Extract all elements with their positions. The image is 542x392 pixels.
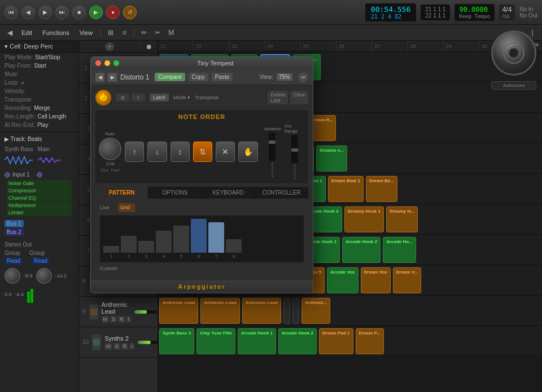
track-controls-10: M S R I [104, 343, 134, 350]
pattern-bar-2[interactable] [121, 236, 137, 253]
forward-btn[interactable]: ▶ [38, 6, 52, 19]
order-up-btn[interactable]: ↑ [125, 142, 144, 162]
clear-btn[interactable]: Clear [290, 91, 308, 104]
clip-anthemic2[interactable]: Anthemic Lead [200, 298, 239, 324]
input-btn-10[interactable]: I [129, 343, 134, 350]
read-btn2[interactable]: Read [32, 257, 50, 265]
record-btn[interactable]: ● [106, 6, 120, 19]
pattern-bar-8[interactable] [226, 239, 242, 253]
record-track-btn[interactable]: ⏺ [143, 41, 155, 53]
pattern-bar-5[interactable] [173, 226, 189, 253]
compressor-plugin[interactable]: Compressor [7, 187, 72, 194]
skip-btn[interactable]: ⏭ [55, 6, 69, 19]
clip-arcade-hook2-r10[interactable]: Arcade Hook 2 [278, 328, 317, 354]
prev-preset-btn[interactable]: ◀ [95, 73, 104, 82]
order-random-btn[interactable]: ✕ [216, 142, 235, 162]
pattern-bar-6[interactable] [191, 219, 207, 253]
stop-btn[interactable]: ■ [72, 6, 86, 19]
channel-eq-plugin[interactable]: Channel EQ [7, 195, 72, 201]
solo-btn-9[interactable]: S [110, 316, 117, 323]
clip-dream-beat-e[interactable]: Dream Be... [366, 176, 397, 202]
rec-btn-10[interactable]: R [121, 343, 129, 350]
order-updown-btn[interactable]: ↕ [171, 142, 190, 162]
close-window-btn[interactable] [95, 60, 101, 66]
link-btn[interactable]: ∞ [298, 72, 308, 82]
mute-btn-10[interactable]: M [104, 343, 112, 350]
order-down-btn[interactable]: ↓ [147, 142, 167, 162]
order-play-btn[interactable]: ✋ [238, 142, 257, 162]
pattern-bar-4[interactable] [156, 231, 172, 253]
solo-btn-10[interactable]: S [113, 343, 120, 350]
menu-edit[interactable]: Edit [17, 28, 37, 38]
limiter-plugin[interactable]: Limiter [7, 209, 72, 216]
clip-arcade-vox[interactable]: Arcade Vox [327, 267, 358, 293]
noise-gate-plugin[interactable]: Noise Gate [7, 180, 72, 187]
power-button[interactable]: ⏻ [95, 90, 111, 105]
clip-dreams-n[interactable]: Dreams n... [316, 146, 347, 171]
next-preset-btn[interactable]: ▶ [108, 73, 117, 82]
scissors-btn[interactable]: ✂ [151, 27, 164, 39]
clip-empty1[interactable] [283, 298, 290, 324]
clip-empty2[interactable] [292, 298, 299, 324]
volume-knob1[interactable] [5, 268, 20, 284]
tab-options[interactable]: OPTIONS [148, 187, 202, 199]
rewind-btn[interactable]: ⏮ [5, 6, 18, 19]
multipressor-plugin[interactable]: Multipressor [7, 202, 72, 209]
pencil-tool-btn[interactable]: ✏ [138, 27, 150, 39]
read-btn1[interactable]: Read [5, 257, 23, 265]
menu-view[interactable]: View [75, 28, 98, 38]
clip-anthemic1[interactable]: Anthemic Lead [159, 298, 198, 324]
mute-btn-9[interactable]: M [102, 316, 110, 323]
clip-arcade-ho[interactable]: Arcade Ho... [383, 237, 416, 263]
paste-btn[interactable]: Paste [212, 73, 233, 81]
track-fader-9[interactable] [134, 310, 157, 314]
list-view-btn[interactable]: ≡ [118, 27, 130, 39]
clip-dreamy-h[interactable]: Dreamy H... [386, 206, 418, 232]
back-btn[interactable]: ◀ [21, 6, 35, 19]
clip-dream-v[interactable]: Dream V... [393, 267, 421, 293]
clip-dream-beat1[interactable]: Dream Beat 1 [328, 176, 364, 202]
bus2-label[interactable]: Bus 2 [5, 228, 24, 236]
rec-btn-9[interactable]: R [118, 316, 125, 323]
clip-dream-vox[interactable]: Dream Vox [361, 267, 391, 293]
latch-btn[interactable]: Latch [150, 94, 169, 102]
midi-btn[interactable]: M [165, 27, 177, 39]
pattern-bar-1[interactable] [103, 246, 119, 253]
grid-btn[interactable]: Grid [118, 203, 135, 212]
volume-knob2[interactable] [36, 268, 52, 284]
oct-range-label: Oct Range [285, 124, 305, 134]
clip-chip-tune[interactable]: Chip Tune Fills [196, 328, 235, 354]
bus1-label[interactable]: Bus 1 [5, 220, 24, 227]
tab-pattern[interactable]: PATTERN [95, 187, 148, 199]
tab-controller[interactable]: CONTROLLER [255, 187, 308, 199]
clip-anthemic-e[interactable]: Anthemi... [301, 298, 330, 324]
play-btn[interactable]: ▶ [89, 6, 103, 19]
clip-arcade-hook2-r7[interactable]: Arcade Hook 2 [342, 237, 381, 263]
oct-range-slider[interactable] [291, 135, 298, 163]
clip-dreamy-hook1[interactable]: Dreamy Hook 1 [344, 206, 384, 232]
clip-dream-pad1[interactable]: Dream Pad 1 [319, 328, 353, 354]
clip-arcade-hook1-r10[interactable]: Arcade Hook 1 [238, 328, 276, 354]
variation-slider[interactable] [269, 133, 276, 161]
grid-view-btn[interactable]: ⊞ [104, 27, 117, 39]
pattern-bar-3[interactable] [138, 241, 154, 253]
input-btn-9[interactable]: I [126, 316, 132, 323]
minimize-window-btn[interactable] [104, 60, 110, 66]
add-track-btn[interactable]: + [105, 42, 114, 51]
clip-anthemic3[interactable]: Anthemic Lead [242, 298, 281, 324]
rate-knob[interactable] [99, 138, 121, 160]
menu-functions[interactable]: Functions [38, 28, 74, 38]
plugin-footer: Arpeggiator [91, 280, 313, 293]
copy-btn[interactable]: Copy [189, 73, 208, 81]
delete-last-btn[interactable]: DeleteLast [268, 91, 288, 104]
compare-btn[interactable]: Compare [155, 73, 185, 81]
pattern-bar-7[interactable] [208, 222, 224, 253]
order-random-alt-btn[interactable]: ⇅ [193, 142, 212, 162]
maximize-window-btn[interactable] [113, 60, 119, 66]
tab-keyboard[interactable]: KEYBOARD [202, 187, 255, 199]
loop-btn[interactable]: ↺ [123, 6, 137, 19]
track-fader-10[interactable] [138, 341, 158, 344]
clip-synth-bass3[interactable]: Synth Bass 3 [159, 328, 194, 354]
clip-dream-p[interactable]: Dream P... [356, 328, 384, 354]
back-nav-btn[interactable]: ◀ [3, 27, 16, 39]
